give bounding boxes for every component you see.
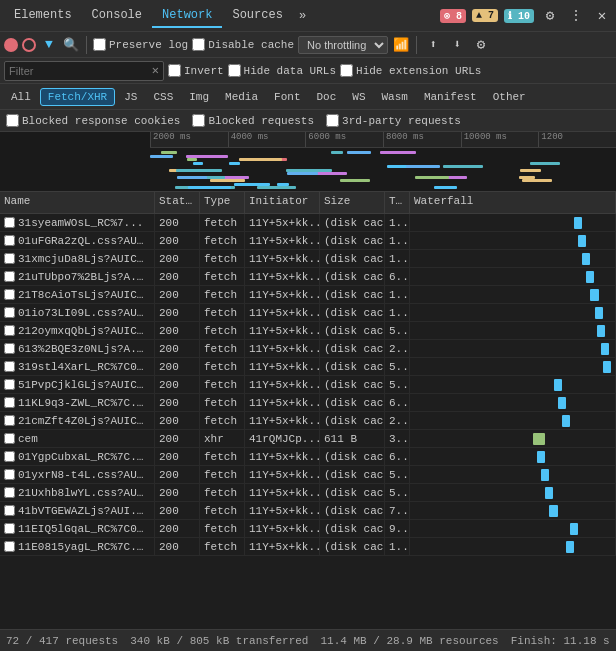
row-time: 1... (385, 286, 410, 303)
row-status: 200 (155, 286, 200, 303)
download-icon[interactable]: ⬇ (447, 35, 467, 55)
table-row[interactable]: 21Uxhb8lwYL.css?AUI...200fetch11Y+5x+kk.… (0, 484, 616, 502)
row-name: 613%2BQE3z0NLjs?A... (0, 340, 155, 357)
settings-icon[interactable]: ⚙ (540, 6, 560, 26)
blocked-requests-checkbox[interactable]: Blocked requests (192, 114, 314, 127)
filter-tab-other[interactable]: Other (486, 89, 533, 105)
table-row[interactable]: 51PvpCjklGLjs?AUICli...200fetch11Y+5x+kk… (0, 376, 616, 394)
table-row[interactable]: 31syeamWOsL_RC%7...200fetch11Y+5x+kk...(… (0, 214, 616, 232)
table-row[interactable]: 01uFGRa2zQL.css?AUI...200fetch11Y+5x+kk.… (0, 232, 616, 250)
row-size: (disk cache) (320, 484, 385, 501)
row-name: 01uFGRa2zQL.css?AUI... (0, 232, 155, 249)
tab-elements[interactable]: Elements (4, 4, 82, 28)
filter-tab-img[interactable]: Img (182, 89, 216, 105)
col-time[interactable]: T... (385, 192, 410, 213)
filter-tab-fetch/xhr[interactable]: Fetch/XHR (40, 88, 115, 106)
warn-count-badge[interactable]: ▲ 7 (472, 9, 498, 22)
filter-tab-all[interactable]: All (4, 89, 38, 105)
row-type: fetch (200, 484, 245, 501)
table-row[interactable]: 11KL9q3-ZWL_RC%7C...200fetch11Y+5x+kk...… (0, 394, 616, 412)
row-type: fetch (200, 538, 245, 555)
row-size: (disk cache) (320, 232, 385, 249)
table-row[interactable]: 21T8cAioTsLjs?AUIClie...200fetch11Y+5x+k… (0, 286, 616, 304)
network-toolbar-1: ▼ 🔍 Preserve log Disable cache No thrott… (0, 32, 616, 58)
filter-tab-manifest[interactable]: Manifest (417, 89, 484, 105)
filter-tab-doc[interactable]: Doc (309, 89, 343, 105)
row-size: (disk cache) (320, 466, 385, 483)
col-status[interactable]: Status (155, 192, 200, 213)
row-waterfall (410, 520, 616, 537)
table-row[interactable]: 21cmZft4Z0Ljs?AUICli...200fetch11Y+5x+kk… (0, 412, 616, 430)
row-waterfall (410, 286, 616, 303)
tab-network[interactable]: Network (152, 4, 222, 28)
hide-ext-urls-checkbox[interactable]: Hide extension URLs (340, 64, 481, 77)
row-name: 212oymxqQbLjs?AUIC... (0, 322, 155, 339)
table-row[interactable]: 41bVTGEWAZLjs?AUI...200fetch11Y+5x+kk...… (0, 502, 616, 520)
third-party-checkbox[interactable]: 3rd-party requests (326, 114, 461, 127)
more-options-icon[interactable]: ⋮ (566, 6, 586, 26)
row-type: fetch (200, 394, 245, 411)
tab-more[interactable]: » (293, 5, 312, 27)
row-status: 200 (155, 412, 200, 429)
row-size: (disk cache) (320, 268, 385, 285)
table-row[interactable]: 01yxrN8-t4L.css?AUICl...200fetch11Y+5x+k… (0, 466, 616, 484)
invert-checkbox[interactable]: Invert (168, 64, 224, 77)
table-row[interactable]: 21uTUbpo7%2BLjs?A...200fetch11Y+5x+kk...… (0, 268, 616, 286)
table-row[interactable]: 319stl4XarL_RC%7C01...200fetch11Y+5x+kk.… (0, 358, 616, 376)
row-type: fetch (200, 250, 245, 267)
info-count-badge[interactable]: ℹ 10 (504, 9, 534, 23)
hide-data-urls-checkbox[interactable]: Hide data URLs (228, 64, 336, 77)
filter-tab-font[interactable]: Font (267, 89, 307, 105)
error-count-badge[interactable]: ⊗ 8 (440, 9, 466, 23)
stop-button[interactable] (22, 38, 36, 52)
network-settings-icon[interactable]: ⚙ (471, 35, 491, 55)
row-size: (disk cache) (320, 538, 385, 555)
row-type: fetch (200, 466, 245, 483)
col-size[interactable]: Size (320, 192, 385, 213)
col-initiator[interactable]: Initiator (245, 192, 320, 213)
filter-input[interactable] (9, 65, 152, 77)
filter-tab-media[interactable]: Media (218, 89, 265, 105)
col-name[interactable]: Name (0, 192, 155, 213)
filter-tab-ws[interactable]: WS (345, 89, 372, 105)
col-type[interactable]: Type (200, 192, 245, 213)
table-row[interactable]: cem200xhr41rQMJCp...611 B3... (0, 430, 616, 448)
search-icon[interactable]: 🔍 (62, 36, 80, 54)
blocked-cookies-checkbox[interactable]: Blocked response cookies (6, 114, 180, 127)
table-row[interactable]: 613%2BQE3z0NLjs?A...200fetch11Y+5x+kk...… (0, 340, 616, 358)
col-waterfall[interactable]: Waterfall (410, 192, 616, 213)
table-row[interactable]: 31xmcjuDa8Ljs?AUICli...200fetch11Y+5x+kk… (0, 250, 616, 268)
filter-tab-js[interactable]: JS (117, 89, 144, 105)
table-row[interactable]: 11EIQ5lGqaL_RC%7C0...200fetch11Y+5x+kk..… (0, 520, 616, 538)
row-time: 6... (385, 268, 410, 285)
filter-input-container[interactable]: ✕ (4, 61, 164, 81)
finish-time: Finish: 11.18 s (511, 635, 610, 647)
row-status: 200 (155, 394, 200, 411)
requests-table[interactable]: Name Status Type Initiator Size T... Wat… (0, 192, 616, 629)
row-type: xhr (200, 430, 245, 447)
row-time: 1... (385, 538, 410, 555)
row-initiator: 11Y+5x+kk... (245, 304, 320, 321)
row-size: (disk cache) (320, 412, 385, 429)
table-row[interactable]: 11E0815yagL_RC%7C...200fetch11Y+5x+kk...… (0, 538, 616, 556)
disable-cache-checkbox[interactable]: Disable cache (192, 38, 294, 51)
tab-console[interactable]: Console (82, 4, 152, 28)
table-row[interactable]: 01YgpCubxaL_RC%7C...200fetch11Y+5x+kk...… (0, 448, 616, 466)
upload-icon[interactable]: ⬆ (423, 35, 443, 55)
throttle-select[interactable]: No throttling (298, 36, 388, 54)
row-initiator: 11Y+5x+kk... (245, 232, 320, 249)
tab-sources[interactable]: Sources (222, 4, 292, 28)
close-devtools-icon[interactable]: ✕ (592, 6, 612, 26)
row-type: fetch (200, 358, 245, 375)
preserve-log-checkbox[interactable]: Preserve log (93, 38, 188, 51)
record-button[interactable] (4, 38, 18, 52)
row-size: (disk cache) (320, 340, 385, 357)
row-time: 2... (385, 412, 410, 429)
filter-tab-css[interactable]: CSS (146, 89, 180, 105)
table-row[interactable]: 01io73LI09L.css?AUICli...200fetch11Y+5x+… (0, 304, 616, 322)
clear-filter-button[interactable]: ✕ (152, 63, 159, 78)
row-initiator: 11Y+5x+kk... (245, 358, 320, 375)
filter-icon[interactable]: ▼ (40, 36, 58, 54)
table-row[interactable]: 212oymxqQbLjs?AUIC...200fetch11Y+5x+kk..… (0, 322, 616, 340)
filter-tab-wasm[interactable]: Wasm (375, 89, 415, 105)
